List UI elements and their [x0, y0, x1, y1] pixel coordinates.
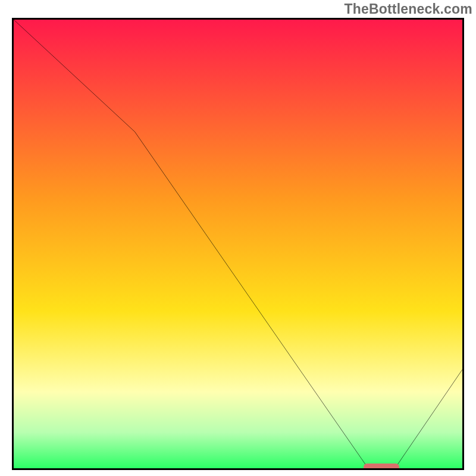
- chart-frame: [12, 18, 464, 470]
- optimal-range-marker: [364, 464, 399, 470]
- chart-stage: TheBottleneck.com: [0, 0, 476, 476]
- watermark-text: TheBottleneck.com: [344, 1, 472, 17]
- bottleneck-curve: [14, 20, 462, 468]
